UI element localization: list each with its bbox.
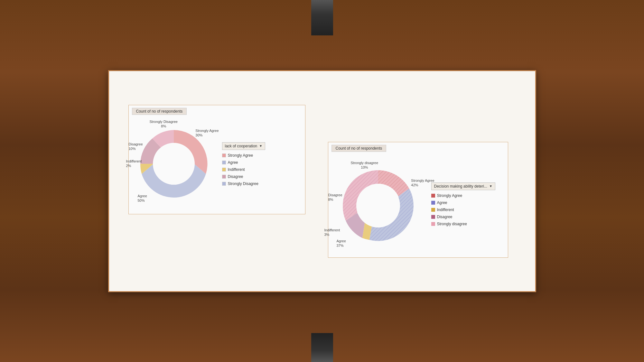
svg-point-1 [153,143,195,185]
chart-1-legend: lack of cooperation ▼ Strongly Agree Agr… [222,142,266,189]
legend-1-disagree: Disagree [222,174,266,179]
chart-1-donut: Strongly Agree30% Agree50% Indifferent2%… [132,122,216,209]
legend-1-indifferent: Indifferent [222,167,266,172]
legend-2-indifferent: Indifferent [431,208,495,212]
legend-2-agree: Agree [431,200,495,205]
chart-2-dropdown-arrow: ▼ [489,184,492,188]
pin-bottom [311,333,333,362]
legend-1-strongly-agree: Strongly Agree [222,153,266,158]
label-strongly-agree-2: Strongly Agree42% [411,178,434,188]
label-disagree-1: Disagree10% [129,142,143,151]
pin-top [311,0,333,35]
legend-2-strongly-disagree: Strongly disagree [431,222,495,226]
legend-1-strongly-disagree: Strongly Disagree [222,181,266,186]
chart-1-dropdown[interactable]: lack of cooperation ▼ [222,142,266,150]
chart-1-title: Count of no of respondents [132,108,187,115]
label-indifferent-1: Indifferent2% [126,159,142,168]
chart-2-dropdown[interactable]: Decision making ability deteri... ▼ [431,182,495,190]
label-agree-1: Agree50% [138,194,147,203]
chart-2-legend: Decision making ability deteri... ▼ Stro… [431,182,495,229]
label-strongly-disagree-2: Strongly disagree10% [351,161,378,170]
legend-2-disagree: Disagree [431,215,495,219]
chart-2-donut: Strongly Agree42% Agree37% Indifferent3%… [331,161,425,251]
label-agree-2: Agree37% [337,239,346,248]
chart-1-dropdown-arrow: ▼ [259,144,262,148]
chart-2-container: Count of no of respondents [328,142,508,258]
chart-2-title: Count of no of respondents [331,145,387,152]
chart-1-container: Count of no of respondents [128,105,305,214]
board: Count of no of respondents [108,70,536,292]
legend-2-strongly-agree: Strongly Agree [431,193,495,198]
label-indifferent-2: Indifferent3% [324,228,340,237]
legend-1-agree: Agree [222,160,266,165]
label-disagree-2: Disagree8% [328,193,342,202]
label-strongly-disagree-1: Strongly Disagree8% [150,119,178,129]
label-strongly-agree-1: Strongly Agree30% [195,128,219,138]
svg-point-5 [356,184,400,227]
